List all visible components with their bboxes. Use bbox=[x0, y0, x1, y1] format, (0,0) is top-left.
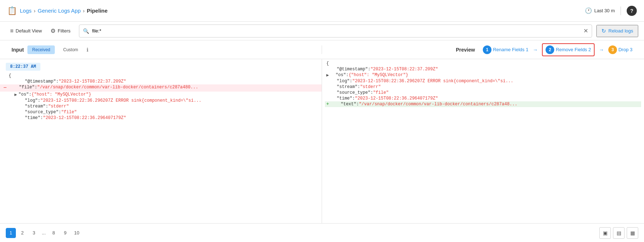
search-icon: 🔍 bbox=[83, 28, 89, 34]
grid-view-button[interactable]: ▦ bbox=[627, 227, 638, 239]
log-line-time: "time": "2023-12-15T08:22:36.296407179Z" bbox=[0, 115, 322, 121]
step-1-label: Rename Fields 1 bbox=[493, 47, 528, 52]
breadcrumb-logs[interactable]: Logs bbox=[20, 8, 32, 14]
panels-row: 8:22:37 AM { "@timestamp": "2023-12-15T0… bbox=[0, 59, 644, 223]
time-label: Last 30 m bbox=[594, 8, 615, 13]
log-line-source-type: "source_type": "file" bbox=[0, 109, 322, 115]
reload-label: Reload logs bbox=[608, 28, 633, 34]
panels-area: Input Received Custom ℹ Preview 1 Rename… bbox=[0, 40, 644, 223]
step-2[interactable]: 2 Remove Fields 2 bbox=[542, 43, 595, 56]
bottom-bar: 1 2 3 ... 8 9 10 ▣ ▤ ▦ bbox=[0, 223, 644, 242]
log-content[interactable]: 8:22:37 AM { "@timestamp": "2023-12-15T0… bbox=[0, 59, 322, 223]
breadcrumb-sep-1: › bbox=[34, 8, 36, 14]
tab-received[interactable]: Received bbox=[27, 45, 55, 54]
step-arrow-1: → bbox=[533, 47, 538, 53]
page-btn-3[interactable]: 3 bbox=[29, 228, 39, 238]
preview-line-stream: "stream": "stderr" bbox=[325, 84, 641, 90]
page-btn-1[interactable]: 1 bbox=[6, 228, 16, 238]
table-view-button[interactable]: ▣ bbox=[599, 227, 611, 239]
step-3-label: Drop 3 bbox=[618, 47, 632, 52]
log-line-log: "log": "2023-12-15T08:22:36.296207Z ERRO… bbox=[0, 98, 322, 104]
input-header: Input Received Custom ℹ bbox=[6, 45, 322, 54]
time-badge[interactable]: 🕐 Last 30 m bbox=[585, 7, 615, 14]
search-clear-icon[interactable]: ✕ bbox=[583, 27, 588, 34]
search-bar: 🔍 ✕ bbox=[79, 25, 592, 38]
breadcrumb-generic-logs-app[interactable]: Generic Logs App bbox=[38, 8, 81, 14]
step-1-bubble: 1 bbox=[483, 45, 491, 54]
step-2-bubble: 2 bbox=[546, 45, 554, 54]
preview-line-log: "log": "2023-12-15T08:22:36.296207Z ERRO… bbox=[325, 78, 641, 84]
log-timestamp: 8:22:37 AM bbox=[6, 63, 40, 71]
nav-left: 📋 Logs › Generic Logs App › Pipeline bbox=[7, 6, 107, 16]
step-1[interactable]: 1 Rename Fields 1 bbox=[483, 45, 528, 54]
preview-line-time: "time": "2023-12-15T08:22:36.296407179Z" bbox=[325, 96, 641, 101]
nav-logo-icon: 📋 bbox=[7, 6, 17, 16]
log-line-file: − "file": "/var/snap/docker/common/var-l… bbox=[0, 84, 322, 92]
list-icon: ≡ bbox=[10, 28, 13, 34]
step-header-row: Input Received Custom ℹ Preview 1 Rename… bbox=[0, 40, 644, 59]
step-3-bubble: 3 bbox=[608, 45, 617, 54]
breadcrumb-pipeline: Pipeline bbox=[87, 8, 108, 14]
log-line-stream: "stream": "stderr" bbox=[0, 104, 322, 109]
help-button[interactable]: ? bbox=[627, 6, 637, 16]
default-view-label: Default View bbox=[16, 28, 42, 34]
tab-custom[interactable]: Custom bbox=[58, 45, 83, 54]
reload-icon: ↻ bbox=[601, 28, 606, 34]
filter-icon: ⚙ bbox=[50, 27, 56, 34]
step-2-label: Remove Fields 2 bbox=[556, 47, 591, 52]
page-btn-2[interactable]: 2 bbox=[17, 228, 27, 238]
preview-line-text: + "text": "/var/snap/docker/common/var-l… bbox=[325, 101, 641, 107]
preview-label: Preview bbox=[450, 47, 481, 53]
step-3[interactable]: 3 Drop 3 bbox=[608, 45, 632, 54]
step-arrow-2: → bbox=[599, 47, 604, 53]
preview-line-source-type: "source_type": "file" bbox=[325, 90, 641, 96]
right-panel: { "@timestamp": "2023-12-15T08:22:37.209… bbox=[322, 59, 644, 223]
default-view-button[interactable]: ≡ Default View bbox=[6, 26, 46, 36]
search-input[interactable] bbox=[92, 28, 583, 34]
reload-button[interactable]: ↻ Reload logs bbox=[596, 25, 638, 37]
info-icon[interactable]: ℹ bbox=[87, 47, 88, 53]
page-ellipsis: ... bbox=[40, 230, 47, 236]
breadcrumb: Logs › Generic Logs App › Pipeline bbox=[20, 8, 107, 14]
toolbar: ≡ Default View ⚙ Filters 🔍 ✕ ↻ Reload lo… bbox=[0, 22, 644, 40]
page-btn-10[interactable]: 10 bbox=[72, 228, 82, 238]
plus-indicator: + bbox=[326, 102, 329, 107]
nav-divider bbox=[621, 6, 621, 15]
steps-right: Preview 1 Rename Fields 1 → 2 Remove Fie… bbox=[322, 43, 638, 56]
split-view-button[interactable]: ▤ bbox=[613, 227, 625, 239]
left-panel: 8:22:37 AM { "@timestamp": "2023-12-15T0… bbox=[0, 59, 322, 223]
page-btn-9[interactable]: 9 bbox=[60, 228, 70, 238]
expand-os-icon[interactable]: ▶ bbox=[14, 92, 17, 97]
log-open-brace: { bbox=[0, 73, 322, 79]
view-buttons: ▣ ▤ ▦ bbox=[599, 227, 638, 239]
preview-line-timestamp: "@timestamp": "2023-12-15T08:22:37.209Z" bbox=[325, 66, 641, 72]
top-nav: 📋 Logs › Generic Logs App › Pipeline 🕐 L… bbox=[0, 0, 644, 22]
input-panel-title: Input bbox=[12, 47, 24, 53]
filters-label: Filters bbox=[58, 28, 70, 34]
preview-line-os[interactable]: ▶ "os": {"host": "MySQLVector"} bbox=[325, 72, 641, 78]
log-line-os[interactable]: ▶ "os": {"host": "MySQLVector"} bbox=[0, 92, 322, 98]
preview-content[interactable]: { "@timestamp": "2023-12-15T08:22:37.209… bbox=[322, 59, 644, 223]
log-line-timestamp: "@timestamp": "2023-12-15T08:22:37.209Z" bbox=[0, 79, 322, 84]
pagination: 1 2 3 ... 8 9 10 bbox=[6, 228, 82, 238]
filters-button[interactable]: ⚙ Filters bbox=[46, 25, 75, 36]
preview-open-brace: { bbox=[325, 61, 641, 66]
preview-expand-os-icon[interactable]: ▶ bbox=[326, 72, 329, 78]
nav-right: 🕐 Last 30 m ? bbox=[585, 6, 637, 16]
breadcrumb-sep-2: › bbox=[83, 8, 85, 14]
clock-icon: 🕐 bbox=[585, 7, 592, 14]
page-btn-8[interactable]: 8 bbox=[49, 228, 59, 238]
